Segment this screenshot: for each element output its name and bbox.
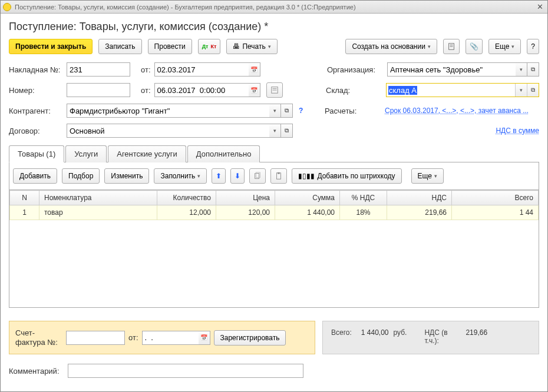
- warehouse-label: Склад:: [326, 86, 382, 95]
- paste-button[interactable]: [270, 168, 287, 184]
- page-title: Поступление: Товары, услуги, комиссия (с…: [9, 21, 539, 33]
- fill-button[interactable]: Заполнить▾: [154, 168, 207, 184]
- tab-services[interactable]: Услуги: [65, 145, 107, 162]
- post-button[interactable]: Провести: [148, 39, 192, 54]
- vat-in-sum-link[interactable]: НДС в сумме: [496, 127, 539, 135]
- warehouse-dropdown-icon[interactable]: ▾: [515, 84, 527, 97]
- table-header-row: N Номенклатура Количество Цена Сумма % Н…: [10, 191, 539, 205]
- total-value: 1 440,00: [361, 328, 389, 337]
- col-vat-pct[interactable]: % НДС: [340, 191, 387, 205]
- print-button[interactable]: 🖶Печать▾: [226, 39, 277, 54]
- content-area: Поступление: Товары, услуги, комиссия (с…: [1, 14, 547, 385]
- invoice-fact-no-input[interactable]: [66, 331, 125, 345]
- vat-value: 219,66: [466, 328, 487, 337]
- cell-vat-pct[interactable]: 18%: [340, 205, 387, 220]
- app-window: Поступление: Товары, услуги, комиссия (с…: [0, 0, 548, 392]
- post-and-close-button[interactable]: Провести и закрыть: [9, 39, 93, 54]
- cell-price[interactable]: 120,00: [216, 205, 275, 220]
- calendar-icon-2[interactable]: 📅: [249, 83, 260, 97]
- cell-sum[interactable]: 1 440,00: [275, 205, 340, 220]
- col-price[interactable]: Цена: [216, 191, 275, 205]
- structure-icon-button[interactable]: [443, 39, 460, 54]
- create-based-on-button[interactable]: Создать на основании▾: [345, 39, 437, 54]
- printer-icon: 🖶: [233, 42, 240, 51]
- table-row[interactable]: 1 товар 12,000 120,00 1 440,00 18% 219,6…: [10, 205, 539, 220]
- save-button[interactable]: Записать: [98, 39, 141, 54]
- dropdown-icon[interactable]: ▾: [516, 62, 527, 77]
- list-icon: [270, 86, 279, 94]
- move-up-button[interactable]: ⬆: [212, 168, 226, 184]
- main-toolbar: Провести и закрыть Записать Провести ДтК…: [9, 39, 539, 54]
- invoice-facture-box: Счет-фактура №: от: 📅 Зарегистрировать: [9, 321, 315, 354]
- tab-extra[interactable]: Дополнительно: [187, 145, 260, 162]
- register-button[interactable]: Зарегистрировать: [214, 330, 286, 346]
- help-button[interactable]: ?: [527, 39, 539, 54]
- col-n[interactable]: N: [10, 191, 39, 205]
- from-label-2: от:: [141, 86, 151, 95]
- cell-nomenclature[interactable]: товар: [39, 205, 157, 220]
- table-more-button[interactable]: Еще▾: [411, 168, 444, 184]
- col-total[interactable]: Всего: [452, 191, 539, 205]
- contract-input[interactable]: [67, 124, 269, 138]
- from-label-1: от:: [141, 65, 151, 74]
- counterparty-help-icon[interactable]: ?: [299, 107, 303, 115]
- calendar-icon[interactable]: 📅: [249, 62, 260, 77]
- contract-label: Договор:: [9, 127, 63, 135]
- comment-row: Комментарий:: [9, 364, 539, 378]
- settlements-link[interactable]: Срок 06.03.2017, <...>, <...>, зачет ава…: [385, 107, 539, 115]
- warehouse-input[interactable]: склад А: [387, 84, 515, 97]
- cell-qty[interactable]: 12,000: [157, 205, 216, 220]
- cell-vat[interactable]: 219,66: [387, 205, 452, 220]
- comment-input[interactable]: [68, 364, 303, 378]
- doc-date-input[interactable]: [154, 83, 249, 97]
- window-title: Поступление: Товары, услуги, комиссия (с…: [15, 4, 534, 11]
- totals-box: Всего: 1 440,00 руб. НДС (в т.ч.): 219,6…: [322, 321, 539, 354]
- number-input[interactable]: [67, 83, 130, 97]
- col-vat[interactable]: НДС: [387, 191, 452, 205]
- cell-total[interactable]: 1 44: [452, 205, 539, 220]
- tabs: Товары (1) Услуги Агентские услуги Допол…: [9, 145, 539, 162]
- table-toolbar: Добавить Подбор Изменить Заполнить▾ ⬆ ⬇ …: [9, 162, 539, 190]
- number-label: Номер:: [9, 86, 63, 95]
- add-row-button[interactable]: Добавить: [13, 168, 57, 184]
- edit-row-button[interactable]: Изменить: [104, 168, 149, 184]
- cell-n[interactable]: 1: [10, 205, 39, 220]
- open-icon[interactable]: ⧉: [527, 62, 539, 77]
- pick-button[interactable]: Подбор: [62, 168, 100, 184]
- counterparty-input[interactable]: [67, 104, 269, 118]
- copy-button[interactable]: [249, 168, 266, 184]
- attach-icon-button[interactable]: 📎: [466, 39, 483, 54]
- invoice-calendar-icon[interactable]: 📅: [199, 331, 210, 345]
- counterparty-open-icon[interactable]: ⧉: [281, 104, 293, 118]
- col-sum[interactable]: Сумма: [275, 191, 340, 205]
- close-icon[interactable]: ✕: [534, 2, 545, 12]
- paste-icon: [275, 172, 283, 180]
- doc-extra-button[interactable]: [266, 82, 283, 98]
- svg-rect-9: [278, 172, 280, 174]
- invoice-no-label: Накладная №:: [9, 65, 63, 74]
- goods-table-wrap[interactable]: N Номенклатура Количество Цена Сумма % Н…: [9, 190, 539, 308]
- organization-input[interactable]: [387, 62, 516, 77]
- copy-icon: [253, 172, 262, 180]
- tab-goods[interactable]: Товары (1): [9, 145, 64, 162]
- col-nomenclature[interactable]: Номенклатура: [39, 191, 157, 205]
- invoice-date-input[interactable]: [154, 62, 249, 77]
- warehouse-open-icon[interactable]: ⧉: [527, 84, 539, 97]
- col-qty[interactable]: Количество: [157, 191, 216, 205]
- vat-incl-label: НДС (в т.ч.):: [424, 328, 448, 345]
- organization-label: Организация:: [327, 65, 384, 74]
- goods-table: N Номенклатура Количество Цена Сумма % Н…: [9, 190, 539, 220]
- contract-dropdown-icon[interactable]: ▾: [269, 124, 281, 138]
- invoice-fact-label: Счет-фактура №:: [15, 328, 62, 347]
- paperclip-icon: 📎: [470, 42, 478, 51]
- invoice-no-input[interactable]: [67, 62, 130, 77]
- tab-agency[interactable]: Агентские услуги: [108, 145, 186, 162]
- contract-open-icon[interactable]: ⧉: [281, 124, 293, 138]
- warehouse-input-group: склад А ▾ ⧉: [386, 83, 539, 97]
- move-down-button[interactable]: ⬇: [230, 168, 245, 184]
- counterparty-dropdown-icon[interactable]: ▾: [269, 104, 281, 118]
- invoice-fact-date-input[interactable]: [142, 331, 199, 345]
- dtkt-icon-button[interactable]: ДтКт: [198, 39, 221, 54]
- more-button[interactable]: Еще▾: [488, 39, 521, 54]
- add-by-barcode-button[interactable]: ▮▯▮▮Добавить по штрихкоду: [292, 168, 401, 184]
